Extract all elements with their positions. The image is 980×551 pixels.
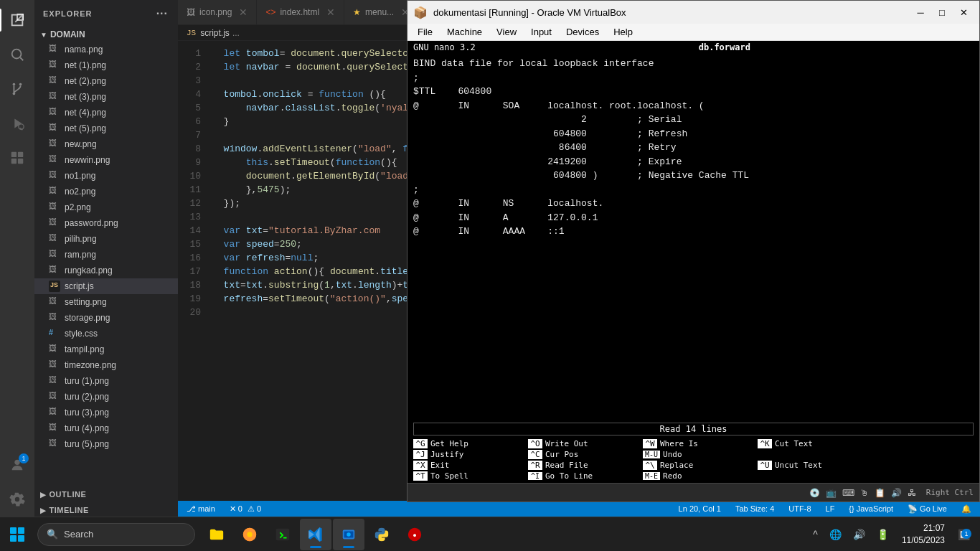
file-item[interactable]: 🖼timezone.png xyxy=(34,357,178,373)
vbox-display-icon[interactable]: 📺 xyxy=(824,486,838,499)
file-item[interactable]: 🖼net (1).png xyxy=(34,57,178,73)
nano-shortcut-replace: ^\Replace xyxy=(640,460,755,471)
system-clock[interactable]: 21:07 11/05/2023 xyxy=(896,519,951,550)
file-item[interactable]: 🖼nama.png xyxy=(34,42,178,57)
notifications-status[interactable]: 🔔 xyxy=(958,504,974,514)
python-taskbar-app[interactable] xyxy=(366,519,397,550)
vscode-taskbar-app[interactable] xyxy=(300,519,331,550)
file-item[interactable]: 🖼pilih.png xyxy=(34,231,178,247)
tray-chevron-icon[interactable]: ^ xyxy=(809,526,822,543)
tabsize-status[interactable]: Tab Size: 4 xyxy=(732,504,777,513)
file-item[interactable]: 🖼rungkad.png xyxy=(34,263,178,278)
file-item[interactable]: 🖼password.png xyxy=(34,215,178,231)
terminal-taskbar-app[interactable] xyxy=(267,519,298,550)
encoding-status[interactable]: UTF-8 xyxy=(786,504,814,513)
timeline-section[interactable]: ▶ TIMELINE xyxy=(34,504,178,517)
vbox-input-menu[interactable]: Input xyxy=(524,25,559,39)
file-item[interactable]: 🖼storage.png xyxy=(34,310,178,326)
nano-shortcut-readfile: ^RRead File xyxy=(525,460,640,471)
file-item[interactable]: 🖼newwin.png xyxy=(34,152,178,168)
file-item[interactable]: 🖼net (5).png xyxy=(34,121,178,136)
file-item[interactable]: 🖼net (4).png xyxy=(34,105,178,121)
vbox-keyboard-icon[interactable]: ⌨ xyxy=(841,486,856,499)
clock-date: 11/05/2023 xyxy=(902,534,945,547)
start-button[interactable] xyxy=(0,517,34,552)
index-html-tab[interactable]: <> index.html ✕ xyxy=(257,0,344,24)
vbox-help-menu[interactable]: Help xyxy=(606,25,640,39)
notification-center[interactable]: 🔲 1 xyxy=(953,526,974,543)
nano-shortcut-tospell: ^TTo Spell xyxy=(410,471,525,481)
explorer-activity-icon[interactable] xyxy=(0,3,34,37)
unknown-taskbar-app[interactable]: ● xyxy=(399,519,430,550)
vbox-audio-icon[interactable]: 🔊 xyxy=(890,486,903,499)
file-item[interactable]: #style.css xyxy=(34,326,178,342)
git-branch-icon: ⎇ xyxy=(187,504,196,514)
position-status[interactable]: Ln 20, Col 1 xyxy=(676,504,724,513)
image-icon: 🖼 xyxy=(49,107,60,118)
vbox-close-button[interactable]: ✕ xyxy=(953,5,974,19)
image-icon: 🖼 xyxy=(49,438,60,450)
tab-size-label: Tab Size: 4 xyxy=(735,504,774,513)
virtualbox-taskbar-app[interactable] xyxy=(333,519,364,550)
account-activity-icon[interactable]: 1 xyxy=(0,448,34,482)
vbox-devices-menu[interactable]: Devices xyxy=(559,25,606,39)
vbox-maximize-button[interactable]: □ xyxy=(932,5,952,19)
sidebar-more-button[interactable]: ··· xyxy=(155,6,169,22)
image-icon: 🖼 xyxy=(49,344,60,355)
vbox-file-menu[interactable]: File xyxy=(410,25,440,39)
tab-close-button[interactable]: ✕ xyxy=(239,6,248,18)
file-item[interactable]: 🖼ram.png xyxy=(34,247,178,263)
line-ending-status[interactable]: LF xyxy=(823,504,838,513)
file-item[interactable]: 🖼p2.png xyxy=(34,199,178,215)
file-item[interactable]: 🖼turu (1).png xyxy=(34,373,178,389)
file-explorer-taskbar-app[interactable] xyxy=(201,519,232,550)
warning-icon: ⚠ xyxy=(248,504,255,514)
file-item[interactable]: 🖼net (3).png xyxy=(34,89,178,105)
terminal-line: 2 ; Serial xyxy=(413,113,974,127)
vbox-mouse-icon[interactable]: 🖱 xyxy=(859,486,870,499)
extensions-activity-icon[interactable] xyxy=(0,141,34,175)
tab-close-button[interactable]: ✕ xyxy=(326,6,335,18)
vbox-clipboard-icon[interactable]: 📋 xyxy=(873,486,887,499)
file-item[interactable]: 🖼turu (4).png xyxy=(34,420,178,436)
script-js-file[interactable]: JSscript.js xyxy=(34,278,178,294)
terminal-line: 604800 ; Refresh xyxy=(413,127,974,141)
vbox-network-icon[interactable]: 🖧 xyxy=(906,486,918,499)
file-item[interactable]: 🖼new.png xyxy=(34,136,178,152)
vbox-window-controls: ─ □ ✕ xyxy=(910,5,974,19)
vbox-view-menu[interactable]: View xyxy=(489,25,524,39)
svg-rect-10 xyxy=(18,152,23,157)
volume-tray-icon[interactable]: 🔊 xyxy=(849,526,870,543)
network-tray-icon[interactable]: 🌐 xyxy=(825,526,846,543)
source-control-activity-icon[interactable] xyxy=(0,72,34,106)
file-item[interactable]: 🖼setting.png xyxy=(34,294,178,310)
branch-status[interactable]: ⎇ main xyxy=(184,504,218,514)
go-live-status[interactable]: 📡 Go Live xyxy=(905,504,950,514)
language-status[interactable]: {} JavaScript xyxy=(846,504,896,513)
vbox-machine-menu[interactable]: Machine xyxy=(440,25,489,39)
battery-tray-icon[interactable]: 🔋 xyxy=(872,526,893,543)
file-item[interactable]: 🖼net (2).png xyxy=(34,73,178,89)
taskbar-search-box[interactable]: 🔍 Search xyxy=(37,523,195,546)
outline-section[interactable]: ▶ OUTLINE xyxy=(34,488,178,501)
file-item[interactable]: 🖼no1.png xyxy=(34,168,178,184)
file-item[interactable]: 🖼tampil.png xyxy=(34,342,178,357)
settings-activity-icon[interactable] xyxy=(0,482,34,517)
vbox-optical-icon[interactable]: 💿 xyxy=(808,486,821,499)
domain-section[interactable]: ▼ DOMAIN xyxy=(34,27,178,42)
virtualbox-window: 📦 dokumentasi [Running] - Oracle VM Virt… xyxy=(407,0,980,502)
search-activity-icon[interactable] xyxy=(0,37,34,72)
run-activity-icon[interactable] xyxy=(0,106,34,141)
file-item[interactable]: 🖼turu (2).png xyxy=(34,389,178,405)
image-icon: 🖼 xyxy=(49,233,60,245)
system-tray: ^ 🌐 🔊 🔋 21:07 11/05/2023 🔲 1 xyxy=(809,519,980,550)
file-item[interactable]: 🖼no2.png xyxy=(34,184,178,199)
vbox-minimize-button[interactable]: ─ xyxy=(910,5,930,19)
file-item[interactable]: 🖼turu (3).png xyxy=(34,405,178,420)
terminal-content[interactable]: BIND data file for local loopback interf… xyxy=(407,54,979,423)
errors-status[interactable]: ✕ 0 ⚠ 0 xyxy=(227,504,264,514)
browser-taskbar-app[interactable] xyxy=(234,519,265,550)
icon-png-tab[interactable]: 🖼 icon.png ✕ xyxy=(178,0,257,24)
timeline-collapse-icon: ▶ xyxy=(40,507,47,514)
file-item[interactable]: 🖼turu (5).png xyxy=(34,436,178,452)
